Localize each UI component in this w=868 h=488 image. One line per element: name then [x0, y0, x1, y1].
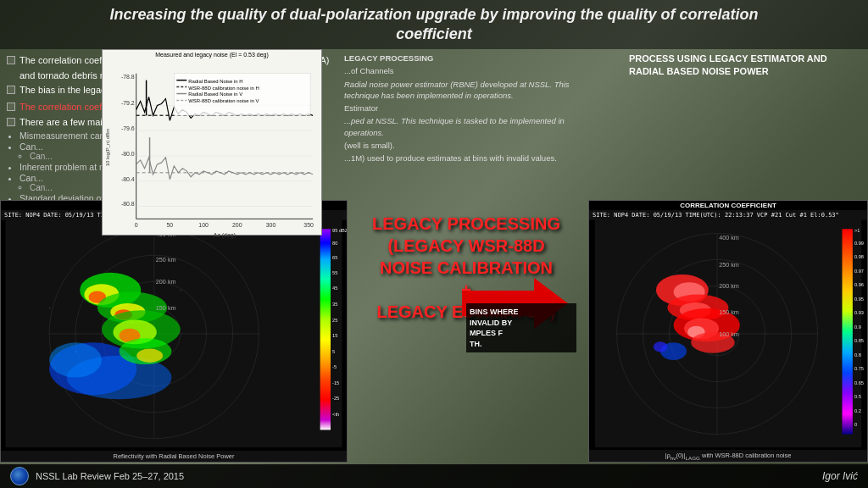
svg-text:0.65: 0.65 [854, 380, 864, 385]
checkbox-3 [7, 103, 15, 111]
svg-text:65: 65 [332, 255, 337, 260]
svg-rect-57 [181, 290, 181, 291]
svg-text:55: 55 [332, 270, 337, 275]
svg-rect-62 [320, 229, 331, 430]
bottom-bar: NSSL Lab Review Feb 25–27, 2015 Igor Ivi… [0, 464, 868, 488]
radar-right-image: 400 km 250 km 200 km 150 km 100 km [589, 220, 867, 447]
svg-text:0.2: 0.2 [854, 408, 861, 413]
svg-text:150 km: 150 km [156, 304, 176, 312]
svg-text:10 log(P_n) dBm: 10 log(P_n) dBm [105, 129, 110, 167]
svg-text:100: 100 [198, 222, 209, 228]
mid-text-2: Radial noise power estimator (RBNE) deve… [344, 79, 583, 102]
radar-right-svg: 400 km 250 km 200 km 150 km 100 km [589, 220, 867, 447]
svg-text:Radial Based Noise in H: Radial Based Noise in H [188, 79, 242, 84]
process-title-text: PROCESS USING LEGACY ESTIMATOR AND RADIA… [629, 53, 827, 76]
bottom-left-text: NSSL Lab Review Feb 25–27, 2015 [36, 471, 184, 481]
process-header-box: PROCESS USING LEGACY ESTIMATOR AND RADIA… [622, 49, 868, 82]
svg-text:150 km: 150 km [719, 308, 739, 316]
mid-heading: LEGACY PROCESSING [344, 53, 583, 64]
checkbox-2 [7, 86, 15, 94]
svg-text:0.97: 0.97 [854, 269, 864, 274]
mid-text-4: ...ped at NSSL. This technique is tasked… [344, 115, 583, 138]
bottom-right-text: Igor Ivić [822, 470, 858, 482]
bins-text: BINS WHEREINVALID BYMPLES FTH. [470, 308, 519, 348]
globe-icon [10, 467, 29, 485]
svg-point-52 [49, 342, 102, 377]
svg-text:0: 0 [135, 222, 138, 228]
svg-rect-55 [49, 308, 50, 308]
title-line2: coefficient [396, 25, 472, 42]
svg-text:0.98: 0.98 [854, 254, 864, 259]
mid-text-6: ...1M) used to produce estimates at bins… [344, 152, 583, 164]
mid-text-5: (well is small). [344, 140, 583, 151]
svg-text:95 dBZ: 95 dBZ [332, 228, 347, 233]
svg-text:-80.4: -80.4 [121, 176, 135, 182]
svg-rect-98 [843, 229, 853, 434]
svg-text:0.93: 0.93 [854, 310, 864, 315]
svg-text:5: 5 [332, 349, 335, 354]
svg-text:200 km: 200 km [156, 278, 176, 286]
bottom-left-section: NSSL Lab Review Feb 25–27, 2015 [10, 467, 184, 485]
svg-text:-79.2: -79.2 [121, 100, 135, 106]
checkbox-1 [7, 56, 15, 64]
svg-text:<th: <th [332, 412, 339, 417]
svg-text:Az (deg): Az (deg) [214, 232, 236, 239]
svg-text:0.8: 0.8 [854, 352, 861, 358]
svg-text:WSR-88D calibration noise in V: WSR-88D calibration noise in V [188, 98, 259, 103]
title-bar: Increasing the quality of dual-polarizat… [0, 0, 868, 49]
chart-panel: Measured and legacy noise (El = 0.53 deg… [102, 49, 322, 236]
svg-text:0: 0 [854, 422, 857, 427]
svg-text:0.5: 0.5 [854, 394, 861, 399]
svg-text:0.95: 0.95 [854, 297, 864, 302]
svg-text:-15: -15 [332, 380, 339, 385]
bins-invalid-label: BINS WHEREINVALID BYMPLES FTH. [466, 303, 576, 352]
svg-text:Radial Based Noise in V: Radial Based Noise in V [188, 92, 242, 97]
svg-text:100 km: 100 km [719, 330, 739, 338]
svg-text:25: 25 [332, 318, 337, 323]
mid-text-area: LEGACY PROCESSING ...of Channels Radial … [339, 49, 588, 176]
svg-text:35: 35 [332, 302, 337, 307]
svg-text:0.85: 0.85 [854, 338, 864, 343]
svg-text:50: 50 [167, 222, 174, 228]
svg-text:350: 350 [303, 222, 314, 228]
svg-point-54 [136, 349, 163, 363]
title-line1: Increasing the quality of dual-polarizat… [109, 6, 758, 23]
svg-text:45: 45 [332, 286, 337, 291]
svg-text:-80.0: -80.0 [121, 151, 135, 157]
svg-text:-80.8: -80.8 [121, 202, 135, 208]
radar-right-header: SITE: NOP4 DATE: 05/19/13 TIME(UTC): 22:… [589, 210, 867, 220]
radar-left-image: 400 km 250 km 200 km 150 km [1, 220, 347, 447]
content-area: The correlation coefficient (ρhv) is use… [0, 49, 868, 463]
radar-right-title: CORRELATION COEFFICIENT [589, 201, 867, 210]
svg-text:400 km: 400 km [719, 234, 739, 241]
process-header-text: PROCESS USING LEGACY ESTIMATOR AND RADIA… [629, 53, 861, 79]
radar-left-svg: 400 km 250 km 200 km 150 km [1, 220, 347, 447]
svg-text:-78.8: -78.8 [121, 74, 135, 80]
radar-right-caption: |ρhv(0)|LAGG with WSR-88D calibration no… [589, 450, 867, 463]
svg-text:300: 300 [266, 222, 276, 228]
main-container: Increasing the quality of dual-polarizat… [0, 0, 868, 488]
svg-text:0.99: 0.99 [854, 241, 864, 246]
svg-text:>1: >1 [854, 228, 860, 233]
chart-title: Measured and legacy noise (El = 0.53 deg… [103, 50, 321, 59]
svg-text:0.9: 0.9 [854, 324, 861, 330]
slide-title: Increasing the quality of dual-polarizat… [101, 2, 766, 48]
svg-text:-5: -5 [332, 364, 337, 369]
svg-text:0.96: 0.96 [854, 282, 864, 287]
radar-left-caption: Reflectivity with Radial Based Noise Pow… [1, 451, 347, 462]
checkbox-4 [7, 118, 15, 126]
svg-text:200 km: 200 km [719, 282, 739, 290]
svg-text:200: 200 [232, 222, 242, 228]
noise-chart-svg: -78.8 -79.2 -79.6 -80.0 -80.4 -80.8 0 50… [103, 59, 321, 244]
svg-text:0.75: 0.75 [854, 366, 864, 371]
svg-text:250 km: 250 km [156, 256, 176, 263]
svg-text:-25: -25 [332, 396, 339, 401]
svg-rect-56 [75, 352, 76, 352]
svg-text:15: 15 [332, 333, 337, 338]
mid-text-1: ...of Channels [344, 65, 583, 76]
radar-right-panel: CORRELATION COEFFICIENT SITE: NOP4 DATE:… [588, 200, 868, 463]
svg-text:250 km: 250 km [719, 261, 739, 269]
svg-point-91 [654, 341, 667, 352]
svg-text:80: 80 [332, 241, 337, 246]
svg-text:WSR-88D calibration noise in H: WSR-88D calibration noise in H [188, 86, 259, 91]
